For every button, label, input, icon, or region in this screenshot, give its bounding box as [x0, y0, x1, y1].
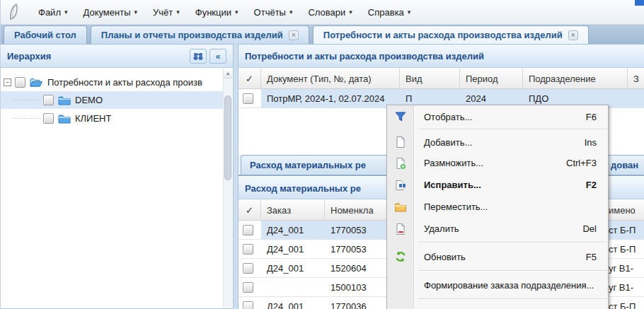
- menu-item-shortcut: F2: [586, 180, 597, 190]
- tab-label: Планы и отчеты производства изделий: [101, 30, 283, 40]
- row-check-cell[interactable]: [238, 278, 261, 297]
- menubar-item-functions[interactable]: Функции ▾: [188, 3, 246, 22]
- row-checkbox[interactable]: [243, 225, 253, 235]
- cell-order[interactable]: [261, 278, 325, 297]
- hierarchy-panel: Иерархия « −: [1, 44, 234, 309]
- tree-checkbox[interactable]: [43, 113, 54, 124]
- hierarchy-tree: − Потребности и акты расхода произв: [1, 68, 223, 308]
- menu-item-filter[interactable]: Отобрать... F6: [387, 107, 608, 127]
- application-window: Файл ▾ Документы ▾ Учёт ▾ Функции ▾ Отчё…: [0, 0, 644, 309]
- column-header-order[interactable]: З: [628, 68, 644, 89]
- tree-scrollbar[interactable]: ▲: [223, 69, 232, 308]
- column-header-vid[interactable]: Вид: [400, 68, 460, 89]
- tab-close-icon[interactable]: ×: [289, 30, 299, 40]
- row-checkbox[interactable]: [243, 244, 253, 255]
- filter-icon: [394, 110, 407, 123]
- column-header-check[interactable]: ✓: [238, 68, 261, 89]
- menu-item-duplicate[interactable]: Размножить... Ctrl+F3: [387, 152, 608, 174]
- dropdown-arrow-icon: ▾: [64, 9, 68, 16]
- dropdown-arrow-icon: ▾: [289, 9, 293, 16]
- menu-item-move[interactable]: Переместить...: [387, 196, 608, 218]
- row-check-cell[interactable]: [238, 89, 261, 108]
- menubar-item-label: Файл: [38, 7, 61, 18]
- menubar-item-accounting[interactable]: Учёт ▾: [145, 3, 188, 22]
- cell-document[interactable]: ПотрМР, 2024-1, 02.07.2024: [261, 89, 400, 108]
- row-check-cell[interactable]: [238, 240, 261, 259]
- lower-panel-title: Расход материальных ре: [245, 183, 361, 194]
- tree-node-demo[interactable]: DEMO: [1, 91, 223, 109]
- menubar-item-file[interactable]: Файл ▾: [30, 3, 76, 22]
- tab-plans-reports[interactable]: Планы и отчеты производства изделий ×: [91, 25, 309, 44]
- column-header-document[interactable]: Документ (Тип, №, дата): [261, 68, 400, 89]
- tree-node-client[interactable]: КЛИЕНТ: [1, 110, 223, 127]
- collapse-panel-button[interactable]: «: [209, 49, 226, 64]
- tab-label: Потребности и акты расхода производства …: [323, 30, 563, 40]
- hierarchy-panel-header: Иерархия «: [1, 45, 233, 68]
- app-logo-icon: [6, 3, 23, 21]
- menu-item-label: Добавить...: [424, 137, 585, 148]
- tab-close-icon[interactable]: ×: [568, 30, 578, 40]
- menu-item-label: Размножить...: [424, 158, 566, 168]
- cell-order[interactable]: [628, 89, 644, 108]
- scrollbar-thumb[interactable]: [224, 95, 231, 180]
- menu-item-edit[interactable]: Исправить... F2: [387, 174, 608, 196]
- menubar-item-label: Справка: [368, 7, 404, 18]
- cell-order[interactable]: Д24_001: [261, 259, 325, 278]
- cell-order[interactable]: Д24_001: [261, 297, 325, 309]
- cell-order[interactable]: Д24_001: [261, 221, 325, 240]
- row-check-cell[interactable]: [238, 259, 261, 278]
- tab-desktop[interactable]: Рабочий стол: [4, 25, 87, 44]
- tree-collapse-icon[interactable]: −: [4, 78, 11, 86]
- row-check-cell[interactable]: [238, 221, 261, 240]
- menubar-item-help[interactable]: Справка ▾: [360, 3, 419, 22]
- folder-icon: [58, 114, 71, 124]
- menu-separator: [387, 240, 608, 245]
- main-panel-header: Потребности и акты расхода производства …: [238, 45, 644, 68]
- column-header-check[interactable]: ✓: [238, 199, 261, 221]
- row-check-cell[interactable]: [238, 297, 261, 309]
- menu-item-add[interactable]: Добавить... Ins: [387, 132, 608, 152]
- menu-item-form-division-order[interactable]: Формирование заказа подразделения...: [387, 274, 608, 296]
- cell-order[interactable]: Д24_001: [261, 240, 325, 259]
- menu-item-label: Удалить: [424, 223, 582, 234]
- row-checkbox[interactable]: [243, 282, 253, 293]
- column-header-division[interactable]: Подразделение: [523, 68, 628, 89]
- tree-node-label: КЛИЕНТ: [75, 113, 111, 124]
- menubar: Файл ▾ Документы ▾ Учёт ▾ Функции ▾ Отчё…: [1, 0, 644, 25]
- menubar-item-dictionaries[interactable]: Словари ▾: [300, 3, 360, 22]
- menu-separator: [387, 296, 608, 302]
- menu-item-shortcut: F6: [586, 112, 597, 122]
- menu-item-delete[interactable]: Удалить Del: [387, 218, 608, 240]
- scrollbar-up-icon[interactable]: ▲: [224, 69, 232, 78]
- menubar-item-reports[interactable]: Отчёты ▾: [246, 3, 301, 22]
- tree-node-label: DEMO: [75, 95, 103, 105]
- dropdown-arrow-icon: ▾: [349, 9, 352, 16]
- dropdown-arrow-icon: ▾: [134, 9, 138, 16]
- refresh-icon: [394, 250, 407, 263]
- tree-node-label: Потребности и акты расхода произв: [47, 77, 202, 88]
- context-menu: Отобрать... F6 Добавить... Ins Размножит…: [386, 105, 609, 309]
- menubar-item-documents[interactable]: Документы ▾: [76, 3, 146, 22]
- tree-checkbox[interactable]: [15, 77, 25, 88]
- menu-item-label: Обновить: [424, 252, 586, 262]
- row-checkbox[interactable]: [243, 263, 253, 274]
- tab-material-consumption[interactable]: Расход материальных ре: [241, 155, 391, 175]
- menu-item-refresh[interactable]: Обновить F5: [387, 245, 608, 268]
- folder-icon: [58, 95, 71, 105]
- menu-item-shortcut: Ctrl+F3: [566, 158, 597, 168]
- column-header-period[interactable]: Период: [460, 68, 523, 89]
- menubar-item-label: Учёт: [153, 7, 173, 18]
- menu-separator: [387, 127, 608, 132]
- tab-requirements-acts[interactable]: Потребности и акты расхода производства …: [313, 25, 589, 44]
- column-header-zakaz[interactable]: Заказ: [261, 199, 325, 221]
- menu-item-label: Исправить...: [424, 180, 586, 190]
- tree-node-root[interactable]: − Потребности и акты расхода произв: [1, 74, 223, 91]
- row-checkbox[interactable]: [243, 301, 253, 309]
- search-button[interactable]: [190, 49, 207, 64]
- binoculars-icon: [193, 52, 203, 61]
- tree-checkbox[interactable]: [43, 95, 54, 105]
- main-panel-title: Потребности и акты расхода производства …: [245, 51, 484, 62]
- menu-item-shortcut: Ins: [585, 137, 597, 148]
- row-checkbox[interactable]: [243, 93, 253, 104]
- delete-page-icon: [394, 223, 407, 235]
